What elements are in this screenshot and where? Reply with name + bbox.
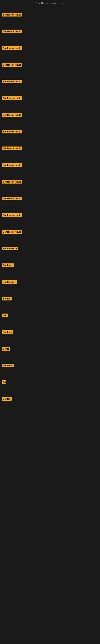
bottleneck-item[interactable]: Bottleneck result [1,63,22,68]
bottleneck-item[interactable]: Bottlen [1,397,12,402]
bottleneck-item[interactable]: Bottleneck result [1,130,22,134]
bottleneck-badge: Bottleneck result [1,30,22,33]
bottleneck-badge: Bottleneck result [1,196,22,200]
bottleneck-item[interactable]: Bottleneck result [1,80,22,84]
bottleneck-badge: Bottleneck result [1,213,22,217]
cursor-line [1,512,1,515]
bottleneck-item[interactable]: Bottleneck result [1,163,22,168]
bottleneck-badge: Bottleneck result [1,13,22,16]
bottleneck-item[interactable]: Bottlen [1,297,12,301]
bottleneck-item[interactable]: Bottleneck result [1,230,22,234]
bottleneck-badge: Bottleneck result [1,146,22,150]
bottleneck-item[interactable]: Bo [1,380,6,385]
bottleneck-badge: Bo [1,380,6,384]
site-title: TheBottlenecker.com [0,0,100,6]
bottleneck-badge: Bottleneck result [1,96,22,100]
bottleneck-badge: Bottleneck re [1,247,18,250]
bottleneck-badge: Bott [1,314,8,317]
bottleneck-item[interactable]: Bottlenec [1,364,14,368]
bottleneck-badge: Bottle [1,347,10,350]
bottleneck-item[interactable]: Bottleneck result [1,46,22,51]
bottleneck-badge: Bottleneck result [1,130,22,134]
bottleneck-item[interactable]: Bottleneck result [1,146,22,151]
bottleneck-badge: Bottlenec [1,264,14,267]
bottleneck-item[interactable]: Bottle [1,347,10,352]
bottleneck-badge: Bottlen [1,397,12,401]
bottleneck-badge: Bottlenec [1,364,14,367]
bottleneck-badge: Bottleneck result [1,63,22,66]
bottleneck-item[interactable]: Bottleneck result [1,213,22,218]
bottleneck-item[interactable]: Bottleneck result [1,30,22,34]
bottleneck-badge: Bottleneck result [1,180,22,184]
bottleneck-item[interactable]: Bott [1,314,8,318]
bottleneck-badge: Bottleneck result [1,113,22,117]
bottleneck-item[interactable]: Bottleneck r [1,280,17,284]
bottleneck-item[interactable]: Bottleneck result [1,113,22,118]
items-container: Bottleneck resultBottleneck resultBottle… [0,6,100,428]
bottleneck-item[interactable]: Bottleneck result [1,13,22,17]
bottleneck-badge: Bottleneck result [1,230,22,234]
bottleneck-item[interactable]: Bottlens [1,330,13,335]
bottleneck-item[interactable]: Bottleneck result [1,196,22,201]
bottleneck-badge: Bottlen [1,297,12,300]
bottleneck-item[interactable]: Bottleneck re [1,247,18,251]
bottleneck-badge: Bottleneck result [1,46,22,50]
bottleneck-item[interactable]: Bottlenec [1,264,14,268]
bottleneck-badge: Bottleneck result [1,80,22,83]
bottleneck-item[interactable]: Bottleneck result [1,180,22,184]
bottleneck-badge: Bottleneck r [1,280,17,284]
bottleneck-badge: Bottleneck result [1,163,22,167]
bottleneck-item[interactable]: Bottleneck result [1,96,22,101]
bottleneck-badge: Bottlens [1,330,13,334]
